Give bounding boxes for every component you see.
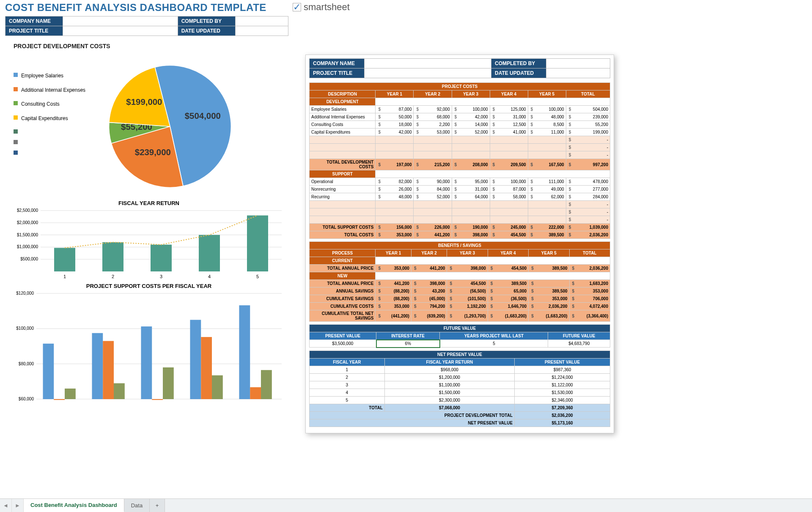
pie-chart-title: PROJECT DEVELOPMENT COSTS <box>5 38 293 51</box>
interest-rate-cell[interactable]: 6% <box>376 340 440 348</box>
svg-rect-46 <box>261 370 272 399</box>
header-meta-table: COMPANY NAME COMPLETED BY PROJECT TITLE … <box>5 16 288 36</box>
future-value-table[interactable]: FUTURE VALUE PRESENT VALUE INTEREST RATE… <box>309 324 610 348</box>
d-date-updated-input[interactable] <box>546 68 610 78</box>
svg-text:$504,000: $504,000 <box>185 111 221 120</box>
nav-next-icon[interactable]: ► <box>12 499 24 512</box>
svg-rect-34 <box>65 389 76 399</box>
table-row[interactable]: 2$1,200,000$1,224,000 <box>310 373 610 381</box>
svg-text:$1,000,000: $1,000,000 <box>17 244 38 249</box>
svg-text:2: 2 <box>112 274 114 279</box>
svg-rect-36 <box>103 341 114 400</box>
svg-rect-45 <box>250 387 261 399</box>
svg-text:1: 1 <box>63 274 66 279</box>
add-sheet-button[interactable]: + <box>150 499 165 512</box>
table-row[interactable]: 4$1,500,000$1,530,000 <box>310 389 610 396</box>
check-icon: ✓ <box>293 3 301 11</box>
d-company-name-input[interactable] <box>365 59 491 68</box>
svg-rect-38 <box>141 326 152 399</box>
svg-text:$60,000: $60,000 <box>19 397 34 401</box>
svg-rect-32 <box>43 344 54 399</box>
svg-text:$2,500,000: $2,500,000 <box>17 208 38 213</box>
svg-text:3: 3 <box>160 274 162 279</box>
table-row[interactable]: 5$2,300,000$2,346,000 <box>310 396 610 404</box>
svg-text:$1,500,000: $1,500,000 <box>17 233 38 237</box>
table-row[interactable]: Capital Expenditures42,00053,00052,00041… <box>310 129 610 136</box>
table-row[interactable]: Recurring48,00052,00064,00058,00062,0002… <box>310 193 610 201</box>
table-row[interactable]: 1$968,000$987,360 <box>310 366 610 373</box>
total-support-row: TOTAL SUPPORT COSTS 156,000226,000 190,0… <box>310 224 610 231</box>
years-cell[interactable]: 5 <box>440 340 548 348</box>
svg-rect-37 <box>114 383 125 400</box>
d-completed-by-input[interactable] <box>546 59 610 68</box>
svg-text:$239,000: $239,000 <box>135 148 171 157</box>
table-row[interactable]: Additional Internal Expenses50,00068,000… <box>310 113 610 121</box>
total-costs-row: TOTAL COSTS 353,000441,200 398,000454,50… <box>310 231 610 239</box>
fiscal-year-return-chart: $2,500,000$2,000,000$1,500,000$1,000,000… <box>7 208 286 280</box>
npv-table[interactable]: NET PRESENT VALUE FISCAL YEAR FISCAL YEA… <box>309 350 610 427</box>
project-title-input[interactable] <box>63 26 178 36</box>
svg-text:$100,000: $100,000 <box>16 326 34 331</box>
table-row[interactable]: Employee Salaries87,00092,000100,000125,… <box>310 106 610 113</box>
svg-text:$2,000,000: $2,000,000 <box>17 220 38 225</box>
benefits-table[interactable]: BENEFITS / SAVINGS PROCESS YEAR 1 YEAR 2… <box>309 241 610 322</box>
project-title-label: PROJECT TITLE <box>5 26 63 36</box>
svg-rect-44 <box>239 305 250 399</box>
nav-prev-icon[interactable]: ◄ <box>0 499 12 512</box>
support-costs-chart: $120,000$100,000$80,000$60,000 <box>7 291 286 401</box>
date-updated-input[interactable] <box>235 26 288 36</box>
present-value-cell[interactable]: $3,500,000 <box>310 340 376 348</box>
company-name-input[interactable] <box>63 16 178 26</box>
svg-rect-43 <box>212 375 223 399</box>
completed-by-input[interactable] <box>235 16 288 26</box>
bar2-title: PROJECT SUPPORT COSTS PER FISCAL YEAR <box>5 281 293 291</box>
total-dev-row: TOTAL DEVELOPMENT COSTS 197,000215,200 2… <box>310 159 610 170</box>
table-row[interactable]: Operational82,00090,00095,000100,000111,… <box>310 178 610 186</box>
svg-text:$500,000: $500,000 <box>20 257 38 261</box>
page-title: COST BENEFIT ANALYSIS DASHBOARD TEMPLATE <box>5 2 293 14</box>
d-project-title-input[interactable] <box>365 68 491 78</box>
pie-legend: Employee SalariesAdditional Internal Exp… <box>14 55 98 198</box>
completed-by-label: COMPLETED BY <box>178 16 235 26</box>
svg-text:$199,000: $199,000 <box>126 97 162 107</box>
svg-rect-40 <box>163 367 174 399</box>
svg-rect-22 <box>247 216 268 271</box>
smartsheet-logo: ✓ smartsheet <box>293 2 350 13</box>
sheet-tab-bar: ◄ ► Cost Benefit Analysis Dashboard Data… <box>0 498 812 512</box>
table-row[interactable]: Nonrecurring26,00084,00031,00087,00049,0… <box>310 186 610 193</box>
tab-data[interactable]: Data <box>124 499 150 512</box>
future-value-cell: $4,683,790 <box>548 340 610 348</box>
project-costs-table[interactable]: PROJECT COSTS DESCRIPTION YEAR 1 YEAR 2 … <box>309 82 610 239</box>
table-row[interactable]: 3$1,100,000$1,122,000 <box>310 381 610 389</box>
svg-rect-41 <box>190 320 201 400</box>
details-sheet: COMPANY NAME COMPLETED BY PROJECT TITLE … <box>305 55 614 433</box>
pie-chart: Employee SalariesAdditional Internal Exp… <box>5 51 293 198</box>
svg-rect-35 <box>92 333 103 399</box>
details-header-table: COMPANY NAME COMPLETED BY PROJECT TITLE … <box>309 58 610 78</box>
svg-text:5: 5 <box>256 274 259 279</box>
date-updated-label: DATE UPDATED <box>178 26 235 36</box>
table-row[interactable]: Consulting Costs18,0002,20014,00012,5008… <box>310 121 610 129</box>
svg-text:$120,000: $120,000 <box>16 291 34 296</box>
tab-dashboard[interactable]: Cost Benefit Analysis Dashboard <box>24 499 124 512</box>
svg-rect-33 <box>54 399 65 400</box>
bar1-title: FISCAL YEAR RETURN <box>5 198 293 208</box>
svg-rect-16 <box>102 242 123 271</box>
company-name-label: COMPANY NAME <box>5 16 63 26</box>
svg-rect-14 <box>54 248 75 271</box>
svg-rect-18 <box>151 245 172 271</box>
svg-text:4: 4 <box>208 274 211 279</box>
svg-rect-39 <box>152 399 163 400</box>
svg-rect-42 <box>201 337 212 399</box>
svg-rect-20 <box>199 235 220 271</box>
svg-text:$80,000: $80,000 <box>19 361 34 366</box>
